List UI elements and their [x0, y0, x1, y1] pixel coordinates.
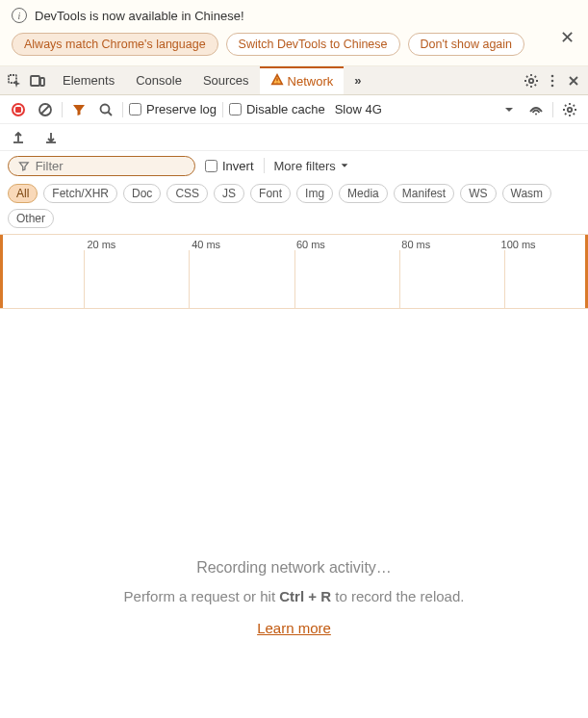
empty-hint: Perform a request or hit Ctrl + R to rec… [0, 588, 588, 604]
divider [264, 158, 265, 173]
filter-input-container[interactable] [8, 156, 195, 176]
main-tab-bar: Elements Console Sources Network » [0, 66, 588, 95]
svg-rect-1 [31, 76, 39, 86]
network-settings-gear-icon[interactable] [559, 99, 580, 120]
divider [552, 102, 553, 117]
disable-cache-checkbox[interactable]: Disable cache [229, 102, 325, 116]
throttling-dropdown-icon[interactable] [499, 99, 520, 120]
invert-checkbox[interactable]: Invert [205, 159, 254, 173]
type-pill-img[interactable]: Img [296, 184, 333, 203]
tab-elements[interactable]: Elements [52, 66, 125, 94]
dont-show-again-button[interactable]: Don't show again [408, 33, 525, 56]
export-har-icon[interactable] [8, 127, 29, 148]
network-toolbar-secondary [0, 124, 588, 151]
timeline-tick: 60 ms [296, 239, 325, 250]
type-pill-fetch-xhr[interactable]: Fetch/XHR [43, 184, 117, 203]
info-icon: i [12, 8, 27, 23]
inspect-element-icon[interactable] [4, 70, 25, 91]
funnel-icon [18, 160, 30, 172]
svg-point-4 [276, 82, 277, 83]
type-pill-manifest[interactable]: Manifest [394, 184, 454, 203]
search-icon[interactable] [95, 99, 116, 120]
network-conditions-icon[interactable] [525, 99, 547, 120]
timeline-tick: 80 ms [401, 239, 430, 250]
svg-point-7 [551, 79, 554, 82]
import-har-icon[interactable] [40, 127, 62, 148]
type-pill-ws[interactable]: WS [460, 184, 496, 203]
type-pill-all[interactable]: All [8, 184, 38, 203]
learn-more-link[interactable]: Learn more [257, 620, 331, 636]
svg-point-5 [529, 78, 533, 82]
timeline-tick: 20 ms [87, 239, 115, 250]
svg-rect-2 [40, 78, 44, 86]
preserve-log-checkbox[interactable]: Preserve log [129, 102, 217, 116]
kebab-menu-icon[interactable] [542, 70, 563, 91]
close-icon[interactable]: ✕ [560, 27, 575, 48]
tab-network[interactable]: Network [260, 66, 345, 94]
network-empty-state: Recording network activity… Perform a re… [0, 309, 588, 636]
more-filters-button[interactable]: More filters [274, 159, 349, 173]
throttling-select[interactable]: Slow 4G [335, 102, 382, 116]
match-chrome-language-button[interactable]: Always match Chrome's language [12, 33, 218, 56]
settings-gear-icon[interactable] [521, 70, 542, 91]
resource-type-filter: All Fetch/XHR Doc CSS JS Font Img Media … [0, 180, 588, 234]
network-toolbar: Preserve log Disable cache Slow 4G [0, 95, 588, 124]
type-pill-media[interactable]: Media [339, 184, 388, 203]
svg-point-6 [551, 74, 554, 77]
timeline-handle-left[interactable] [0, 235, 3, 308]
infobar-message: DevTools is now available in Chinese! [35, 9, 244, 23]
type-pill-wasm[interactable]: Wasm [502, 184, 552, 203]
record-button[interactable] [8, 99, 29, 120]
tab-sources[interactable]: Sources [192, 66, 260, 94]
clear-button[interactable] [35, 99, 56, 120]
divider [222, 102, 223, 117]
more-tabs-button[interactable]: » [344, 66, 371, 94]
type-pill-other[interactable]: Other [8, 209, 54, 228]
type-pill-js[interactable]: JS [214, 184, 244, 203]
warning-icon [270, 73, 284, 90]
switch-to-chinese-button[interactable]: Switch DevTools to Chinese [226, 33, 400, 56]
type-pill-css[interactable]: CSS [166, 184, 208, 203]
divider [62, 102, 63, 117]
timeline-tick: 40 ms [192, 239, 220, 250]
svg-point-12 [568, 107, 572, 111]
close-devtools-icon[interactable] [563, 70, 584, 91]
empty-title: Recording network activity… [0, 559, 588, 577]
filter-toggle-icon[interactable] [68, 99, 89, 120]
svg-point-8 [551, 84, 554, 87]
timeline-tick: 100 ms [501, 239, 536, 250]
type-pill-font[interactable]: Font [250, 184, 291, 203]
type-pill-doc[interactable]: Doc [123, 184, 161, 203]
filter-bar: Invert More filters [0, 151, 588, 180]
network-timeline[interactable]: 20 ms 40 ms 60 ms 80 ms 100 ms [0, 234, 588, 309]
tab-network-label: Network [288, 74, 334, 89]
svg-point-11 [535, 113, 537, 115]
divider [122, 102, 123, 117]
filter-input[interactable] [36, 159, 185, 173]
tab-console[interactable]: Console [125, 66, 192, 94]
device-toolbar-icon[interactable] [27, 70, 48, 91]
svg-point-10 [101, 104, 110, 113]
language-infobar: i DevTools is now available in Chinese! … [0, 0, 588, 66]
